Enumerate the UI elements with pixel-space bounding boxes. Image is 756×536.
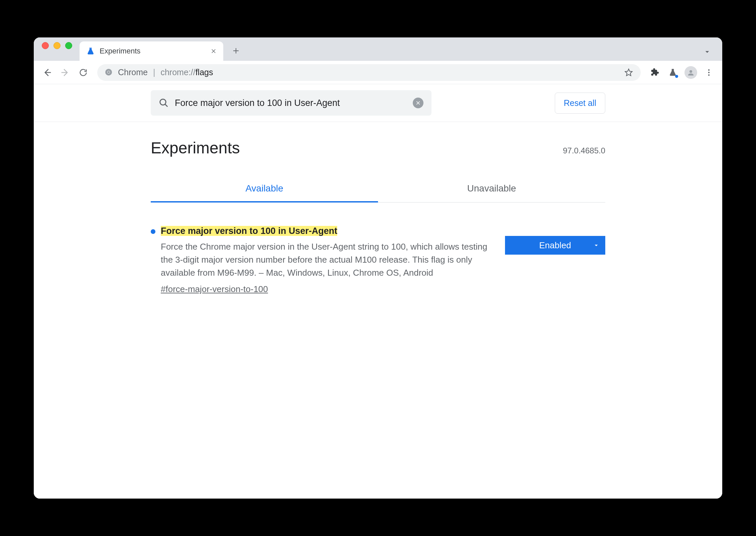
toolbar: Chrome | chrome://flags [34, 61, 722, 84]
svg-point-7 [160, 99, 166, 105]
extensions-button[interactable] [647, 65, 662, 80]
chevron-down-icon [593, 242, 600, 249]
search-icon [159, 98, 169, 108]
maximize-window-button[interactable] [65, 42, 72, 49]
browser-tab[interactable]: Experiments [80, 41, 223, 61]
labs-dot-icon [675, 75, 678, 78]
flag-item: Force major version to 100 in User-Agent… [151, 226, 605, 294]
search-input[interactable] [175, 98, 407, 108]
window-controls [42, 42, 72, 49]
address-bar[interactable]: Chrome | chrome://flags [97, 64, 641, 81]
forward-button[interactable] [58, 65, 73, 80]
version-label: 97.0.4685.0 [563, 146, 605, 155]
flag-state-select[interactable]: Enabled [505, 236, 605, 255]
modified-dot-icon [151, 229, 155, 234]
search-row: Reset all [34, 84, 722, 122]
reset-all-button[interactable]: Reset all [555, 93, 605, 114]
close-window-button[interactable] [42, 42, 49, 49]
minimize-window-button[interactable] [53, 42, 60, 49]
flask-icon [86, 47, 95, 55]
omnibox-site-label: Chrome [118, 68, 148, 77]
menu-button[interactable] [702, 65, 716, 80]
back-button[interactable] [40, 65, 54, 80]
flag-title: Force major version to 100 in User-Agent [161, 226, 337, 236]
tab-row: Available Unavailable [151, 176, 605, 203]
svg-point-3 [689, 70, 692, 73]
flag-hash-link[interactable]: #force-major-version-to-100 [161, 284, 268, 294]
page-title: Experiments [151, 139, 240, 157]
page-content: Reset all Experiments 97.0.4685.0 Availa… [34, 84, 722, 499]
tab-unavailable[interactable]: Unavailable [378, 176, 605, 203]
svg-point-6 [708, 74, 710, 76]
profile-button[interactable] [683, 65, 698, 80]
tab-available[interactable]: Available [151, 176, 378, 203]
avatar-icon [684, 66, 697, 79]
labs-button[interactable] [665, 65, 680, 80]
svg-point-2 [108, 71, 110, 73]
search-box[interactable] [151, 90, 431, 116]
svg-line-8 [165, 104, 168, 107]
bookmark-star-icon[interactable] [624, 68, 633, 77]
svg-point-5 [708, 72, 710, 73]
reload-button[interactable] [76, 65, 91, 80]
flag-state-value: Enabled [514, 240, 596, 251]
flag-description: Force the Chrome major version in the Us… [161, 240, 492, 279]
tab-strip: Experiments [34, 37, 722, 61]
new-tab-button[interactable] [228, 43, 244, 59]
svg-point-4 [708, 69, 710, 71]
omnibox-url: chrome://flags [160, 68, 213, 77]
tab-title: Experiments [100, 47, 206, 55]
chrome-icon [105, 68, 113, 77]
browser-window: Experiments Chrome | chrome://f [34, 37, 722, 499]
page-header: Experiments 97.0.4685.0 [151, 139, 605, 157]
clear-search-icon[interactable] [413, 98, 423, 108]
tab-overflow-button[interactable] [703, 47, 712, 56]
close-tab-icon[interactable] [211, 48, 217, 54]
omnibox-separator: | [153, 68, 155, 77]
